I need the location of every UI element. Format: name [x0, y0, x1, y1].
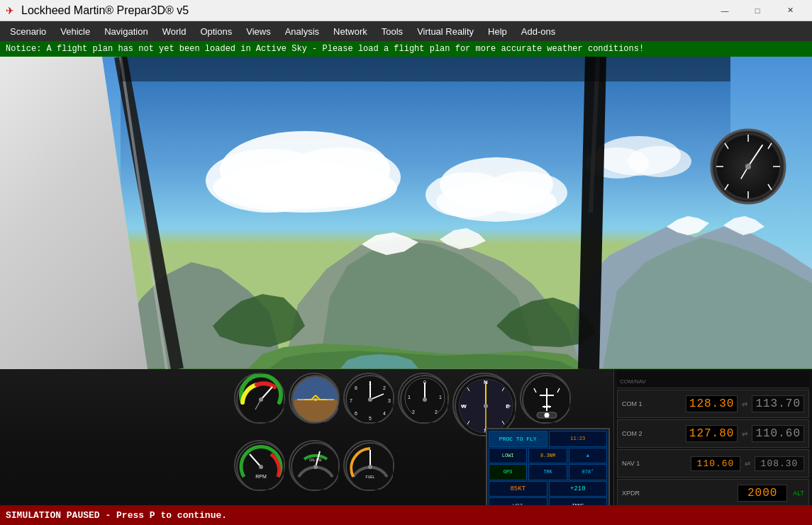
com2-standby-freq: 110.60 [752, 425, 804, 442]
svg-text:FUEL: FUEL [366, 475, 375, 479]
menu-scenario[interactable]: Scenario [3, 21, 53, 41]
xpdr-label: XPDR [622, 490, 735, 497]
avionics-cell-4: 8.3NM [528, 448, 567, 464]
svg-point-29 [259, 397, 263, 402]
com1-unit: COM 1 128.30 ⇄ 113.70 [617, 390, 809, 418]
svg-point-60 [423, 397, 427, 402]
avionics-inner: PROC TO FLY 11:23 LOWI 8.3NM ▲ GPS TRK 0… [487, 429, 608, 515]
menu-analysis[interactable]: Analysis [278, 21, 326, 41]
menu-world[interactable]: World [155, 21, 194, 41]
svg-rect-33 [293, 400, 338, 422]
instrument-panel: 1 2 3 4 5 6 7 8 [0, 369, 812, 525]
titlebar: ✈ Lockheed Martin® Prepar3D® v5 — □ ✕ [0, 0, 812, 21]
titlebar-controls: — □ ✕ [708, 0, 806, 21]
tachometer: RPM [234, 440, 285, 491]
nav1-standby-freq: 108.30 [755, 456, 804, 471]
svg-text:7: 7 [350, 398, 352, 403]
transponder-unit: XPDR 2000 ALT [617, 479, 809, 507]
heading-indicator: N E S W [452, 373, 516, 436]
menu-tools[interactable]: Tools [374, 21, 410, 41]
altimeter-gauge [709, 128, 787, 205]
svg-text:2: 2 [412, 410, 415, 414]
com1-standby-freq: 113.70 [752, 395, 804, 412]
svg-point-77 [484, 404, 488, 408]
titlebar-left: ✈ Lockheed Martin® Prepar3D® v5 [6, 4, 189, 17]
menu-options[interactable]: Options [193, 21, 239, 41]
svg-text:3: 3 [388, 398, 391, 403]
menu-addons[interactable]: Add-ons [514, 21, 562, 41]
avionics-cell-2: 11:23 [549, 431, 608, 447]
xpdr-mode: ALT [793, 490, 804, 497]
com1-active-freq: 128.30 [686, 395, 738, 412]
avionics-display: PROC TO FLY 11:23 LOWI 8.3NM ▲ GPS TRK 0… [486, 428, 610, 516]
svg-text:OIL PSI: OIL PSI [309, 458, 321, 462]
nav1-label: NAV 1 [622, 460, 688, 467]
nav1-separator: ⇄ [745, 460, 750, 468]
svg-point-25 [745, 164, 751, 169]
radio-stack-header: COM/NAV [617, 372, 809, 388]
svg-text:L R: L R [543, 405, 550, 409]
svg-point-80 [545, 413, 550, 418]
svg-text:4: 4 [383, 411, 386, 416]
svg-text:1: 1 [408, 395, 411, 400]
avionics-row-2: LOWI 8.3NM ▲ [489, 448, 607, 464]
attitude-indicator [289, 373, 340, 424]
avionics-cell-7: TRK [528, 464, 567, 480]
com1-label: COM 1 [622, 400, 683, 407]
menu-vehicle[interactable]: Vehicle [53, 21, 97, 41]
vertical-speed-indicator: 0 1 2 2 1 [398, 373, 449, 424]
svg-point-39 [314, 398, 317, 401]
nav1-active-freq: 110.60 [691, 456, 740, 471]
menu-views[interactable]: Views [239, 21, 277, 41]
oil-pressure-gauge: OIL PSI [289, 440, 340, 491]
avionics-cell-1: PROC TO FLY [489, 431, 547, 447]
com2-active-freq: 127.80 [686, 425, 738, 442]
svg-text:2: 2 [435, 410, 438, 414]
avionics-row-1: PROC TO FLY 11:23 [489, 431, 607, 447]
xpdr-code: 2000 [738, 485, 787, 502]
menu-navigation[interactable]: Navigation [97, 21, 155, 41]
menu-virtual-reality[interactable]: Virtual Reality [410, 21, 481, 41]
svg-point-87 [259, 465, 263, 469]
app-icon: ✈ [6, 5, 17, 16]
avionics-row-4: 85KT +210 [489, 481, 607, 497]
com1-separator: ⇄ [742, 400, 747, 408]
avionics-cell-8: 078° [569, 464, 607, 480]
altimeter: 1 2 3 4 5 6 7 8 [343, 373, 394, 424]
close-button[interactable]: ✕ [774, 0, 806, 21]
app-title: Lockheed Martin® Prepar3D® v5 [21, 4, 189, 17]
svg-text:6: 6 [355, 411, 357, 416]
avionics-cell-10: +210 [549, 481, 608, 497]
sim-viewport[interactable]: 1 2 3 4 5 6 7 8 [0, 57, 812, 525]
radio-stack: COM/NAV COM 1 128.30 ⇄ 113.70 COM 2 127.… [613, 369, 812, 525]
nav1-unit: NAV 1 110.60 ⇄ 108.30 [617, 449, 809, 478]
notice-text: Notice: A flight plan has not yet been l… [6, 44, 644, 54]
avionics-cell-5: ▲ [569, 448, 607, 464]
svg-point-95 [368, 465, 372, 469]
turn-coordinator: L R [520, 373, 571, 424]
simulation-status-bar: SIMULATION PAUSED - Press P to continue. [0, 505, 812, 525]
avionics-cell-3: LOWI [489, 448, 527, 464]
svg-text:8: 8 [355, 385, 357, 390]
avionics-cell-9: 85KT [489, 481, 547, 497]
svg-text:2: 2 [383, 385, 386, 390]
com2-unit: COM 2 127.80 ⇄ 110.60 [617, 419, 809, 448]
svg-point-52 [368, 397, 372, 402]
altimeter-gauge-container [709, 128, 787, 205]
svg-point-91 [313, 465, 318, 469]
com2-separator: ⇄ [742, 430, 747, 438]
com2-label: COM 2 [622, 430, 683, 437]
svg-text:5: 5 [369, 416, 372, 421]
svg-text:1: 1 [439, 395, 442, 400]
avionics-cell-6: GPS [489, 464, 527, 480]
menu-network[interactable]: Network [326, 21, 374, 41]
simulation-status-text: SIMULATION PAUSED - Press P to continue. [6, 510, 227, 521]
menu-help[interactable]: Help [481, 21, 514, 41]
fuel-flow-gauge: FUEL [343, 440, 394, 491]
menubar: Scenario Vehicle Navigation World Option… [0, 21, 812, 41]
avionics-row-3: GPS TRK 078° [489, 464, 607, 480]
svg-text:RPM: RPM [255, 474, 267, 479]
minimize-button[interactable]: — [708, 0, 741, 21]
notice-bar: Notice: A flight plan has not yet been l… [0, 41, 812, 57]
maximize-button[interactable]: □ [741, 0, 774, 21]
